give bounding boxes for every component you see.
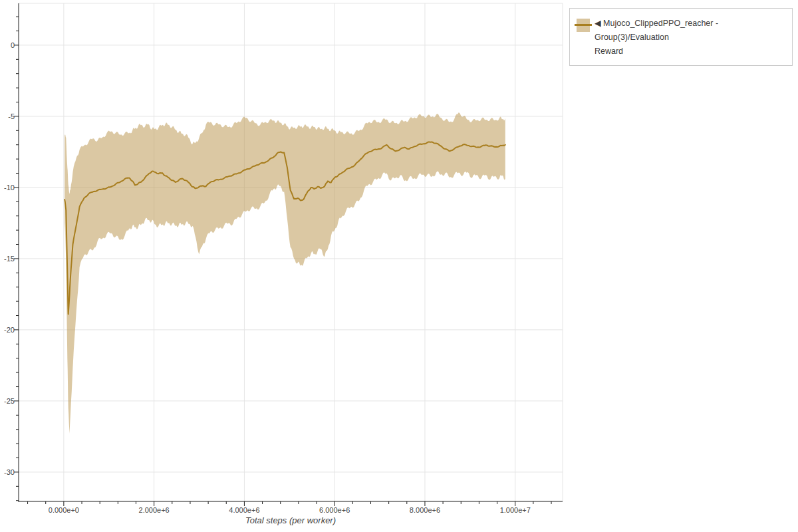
x-tick-label: 4.000e+6 (229, 506, 259, 514)
y-tick-label: -15 (4, 255, 15, 263)
confidence-band (65, 112, 505, 434)
legend-swatch-icon (577, 19, 590, 32)
legend-line-icon (575, 24, 592, 26)
y-tick-label: -30 (4, 468, 15, 476)
axis-ticks (14, 17, 551, 506)
tick-labels: 0.000e+02.000e+64.000e+66.000e+68.000e+6… (4, 41, 531, 514)
y-tick-label: 0 (11, 41, 15, 49)
legend-label-line2: Reward (595, 47, 623, 56)
legend-label: ◀ Mujoco_ClippedPPO_reacher - Group(3)/E… (595, 17, 785, 59)
legend-label-line1: ◀ Mujoco_ClippedPPO_reacher - Group(3)/E… (595, 19, 718, 42)
chart-figure: 0.000e+02.000e+64.000e+66.000e+68.000e+6… (0, 0, 798, 532)
legend-item[interactable]: ◀ Mujoco_ClippedPPO_reacher - Group(3)/E… (569, 8, 793, 66)
x-tick-label: 0.000e+0 (49, 506, 79, 514)
y-tick-label: -20 (4, 326, 15, 334)
evaluation-reward-plot: 0.000e+02.000e+64.000e+66.000e+68.000e+6… (0, 0, 798, 532)
y-tick-label: -5 (8, 112, 15, 120)
gridlines (19, 3, 563, 501)
y-tick-label: -10 (4, 184, 15, 192)
x-tick-label: 2.000e+6 (139, 506, 170, 514)
x-tick-label: 6.000e+6 (319, 506, 350, 514)
x-tick-label: 1.000e+7 (500, 506, 531, 514)
x-tick-label: 8.000e+6 (410, 506, 440, 514)
axes (19, 3, 563, 502)
x-axis-title: Total steps (per worker) (19, 515, 563, 525)
y-tick-label: -25 (4, 397, 15, 405)
